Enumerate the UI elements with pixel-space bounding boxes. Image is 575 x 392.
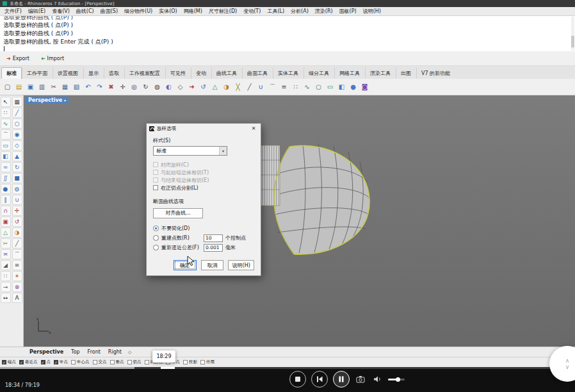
zoom-window-icon[interactable]: ◍ [152, 81, 163, 92]
ellipse-icon[interactable]: ◉ [12, 129, 22, 140]
osnap-toggle[interactable]: ✓ 中点 [54, 359, 68, 365]
sphere-icon[interactable]: ● [1, 184, 11, 194]
delete-icon[interactable]: ✖ [106, 81, 117, 92]
menu-item[interactable]: 说明(H) [360, 8, 384, 15]
selection-filter-icon[interactable]: ▦ [12, 97, 22, 107]
dialog-title-bar[interactable]: 放样选项 ✕ [147, 124, 261, 133]
scroll-down-icon[interactable]: ∨ [565, 364, 570, 370]
zoom-extents-icon[interactable]: ◎ [129, 81, 140, 92]
volume-button[interactable] [371, 373, 383, 385]
cut-icon[interactable]: ✂ [48, 81, 59, 92]
menu-item[interactable]: 实体(O) [156, 8, 181, 15]
array-icon[interactable]: ∷ [1, 271, 11, 281]
menu-item[interactable]: 查看(V) [49, 8, 73, 15]
trim-icon[interactable]: ✂ [1, 238, 11, 249]
dimension-icon[interactable]: ↔ [1, 293, 11, 303]
toolbar-tab[interactable]: 工作平面 [22, 67, 53, 79]
osnap-toggle[interactable]: ✓ 端点 [2, 359, 16, 365]
skip-back-button[interactable] [311, 371, 328, 388]
rotate-icon[interactable]: ↺ [12, 216, 22, 227]
revolve-icon[interactable]: ↻ [12, 162, 22, 172]
osnap-checkbox-icon[interactable]: ✓ [19, 360, 24, 364]
new-viewport-icon[interactable]: ◇ [126, 350, 131, 355]
osnap-checkbox-icon[interactable] [183, 360, 188, 364]
polygon-icon[interactable]: ◇ [12, 140, 22, 151]
toolbar-tab[interactable]: 渲染工具 [365, 67, 396, 79]
curve-icon[interactable]: ∿ [302, 81, 312, 92]
toolbar-tab[interactable]: V7 的新功能 [416, 67, 455, 79]
sphere-icon[interactable]: ● [348, 81, 359, 92]
join-icon[interactable]: ∪ [255, 81, 266, 92]
checkbox-icon[interactable] [153, 185, 158, 190]
shaded-view-icon[interactable]: ◐ [163, 81, 174, 92]
circle-icon[interactable]: ○ [12, 118, 22, 129]
menu-item[interactable]: 分析(A) [288, 8, 312, 15]
osnap-toggle[interactable]: 交点 [93, 359, 107, 365]
move-icon[interactable]: ✛ [12, 206, 22, 216]
refit-tolerance-radio[interactable]: 重新逼近公差(F) 毫米 [153, 243, 254, 252]
viewport-tab[interactable]: Top [67, 349, 84, 355]
scale-icon[interactable]: △ [209, 81, 220, 92]
toolbar-tab[interactable]: 设置视图 [53, 67, 83, 79]
extend-icon[interactable]: → [1, 282, 11, 292]
undo-icon[interactable]: ↶ [83, 81, 93, 92]
rectangle-icon[interactable]: ▭ [1, 140, 11, 151]
video-progress-bar[interactable] [0, 367, 575, 369]
split-at-tangents-option[interactable]: 在正切点分割(L) [153, 184, 254, 192]
fillet-icon[interactable]: ⌒ [12, 249, 22, 259]
rotate-view-icon[interactable]: ↻ [140, 81, 151, 92]
surface-icon[interactable]: ◧ [1, 151, 11, 161]
menu-item[interactable]: 网格(M) [181, 8, 206, 15]
command-scrollbar[interactable] [571, 17, 574, 51]
offset-icon[interactable]: ≡ [279, 81, 289, 92]
join-icon[interactable]: ≍ [1, 249, 11, 259]
move-icon[interactable]: ➜ [186, 81, 197, 92]
refit-tolerance-input[interactable] [204, 244, 223, 252]
viewport-tab[interactable]: Right [104, 349, 126, 355]
osnap-checkbox-icon[interactable]: ✓ [54, 360, 58, 364]
menu-item[interactable]: 工具(L) [264, 8, 288, 15]
do-not-simplify-radio[interactable]: 不要简化(D) [153, 224, 254, 233]
command-history[interactable]: 选取要放样的曲线 ( 点(P) ) 选取要放样的曲线 ( 点(P) ) 选取要放… [0, 16, 575, 51]
toolbar-tab[interactable]: 标准 [1, 67, 22, 79]
osnap-checkbox-icon[interactable]: ✓ [2, 360, 6, 364]
toolbar-tab[interactable]: 细分工具 [304, 67, 334, 79]
osnap-toggle[interactable]: 切点 [127, 359, 142, 365]
mirror-icon[interactable]: ◑ [12, 227, 22, 238]
scrollbar-thumb[interactable] [571, 36, 574, 47]
volume-slider[interactable] [388, 379, 405, 380]
trim-icon[interactable]: ╳ [232, 81, 243, 92]
toolbar-tab[interactable]: 出图 [396, 67, 416, 79]
toolbar-tab[interactable]: 曲线工具 [211, 67, 242, 79]
menu-item[interactable]: 渲染(R) [312, 8, 336, 15]
arc-icon[interactable]: ⌒ [1, 129, 11, 140]
fillet-icon[interactable]: ⌒ [267, 81, 278, 92]
toolbar-tab[interactable]: 网格工具 [334, 67, 365, 79]
text-icon[interactable]: A [12, 293, 22, 303]
rectangle-icon[interactable]: ▭ [325, 81, 336, 92]
pan-view-icon[interactable]: ✛ [117, 81, 128, 92]
menu-item[interactable]: 尺寸标注(D) [206, 8, 240, 15]
toolbar-tab[interactable]: 实体工具 [273, 67, 304, 79]
rebuild-points-radio[interactable]: 重建点数(R) 个控制点 [153, 233, 254, 243]
point-icon[interactable]: ∷ [1, 108, 11, 118]
menu-item[interactable]: 文件(F) [1, 8, 25, 15]
print-icon[interactable]: ▥ [36, 81, 47, 92]
viewport-tab[interactable]: Front [84, 349, 104, 355]
export-button[interactable]: ➔ Export [4, 54, 32, 63]
menu-item[interactable]: 编辑(E) [25, 8, 49, 15]
redo-icon[interactable]: ↷ [94, 81, 105, 92]
menu-item[interactable]: 细分物件(U) [121, 8, 156, 15]
offset-icon[interactable]: ≡ [12, 260, 22, 270]
osnap-toggle[interactable]: ✓ 点 [41, 359, 51, 365]
radio-icon[interactable] [153, 245, 159, 250]
pipe-icon[interactable]: ∥ [1, 195, 11, 205]
toolbar-tab[interactable]: 工作视窗配置 [124, 67, 165, 79]
explode-icon[interactable]: ✶ [12, 271, 22, 281]
osnap-checkbox-icon[interactable] [110, 360, 115, 364]
circle-icon[interactable]: ○ [313, 81, 324, 92]
import-button[interactable]: ➔ Import [38, 54, 67, 63]
osnap-toggle[interactable]: ✓ 最近点 [19, 359, 38, 365]
osnap-checkbox-icon[interactable] [71, 360, 76, 364]
stop-button[interactable] [289, 371, 306, 388]
